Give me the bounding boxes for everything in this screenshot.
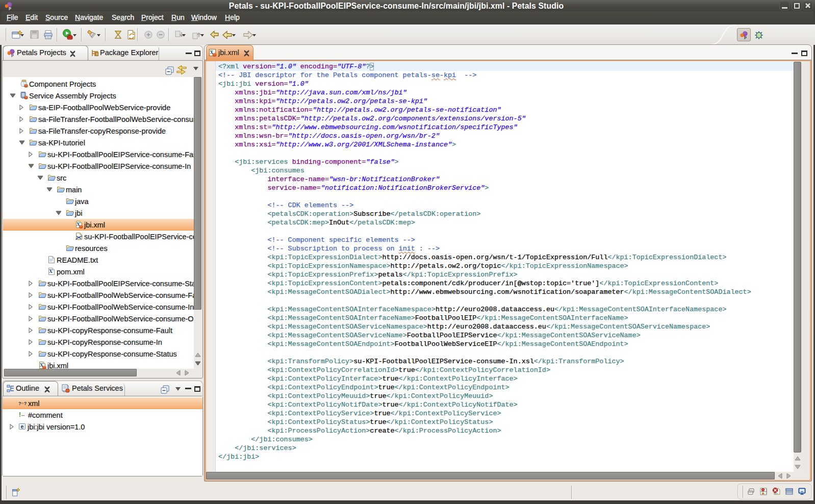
svg-text:--: --	[21, 412, 25, 418]
svg-text:p: p	[11, 53, 14, 57]
svg-text:!: !	[19, 411, 21, 418]
svg-text:X: X	[49, 269, 53, 274]
svg-text:p: p	[744, 35, 747, 39]
svg-text:?=?: ?=?	[18, 401, 27, 406]
svg-text:e: e	[21, 424, 24, 430]
svg-text:p: p	[9, 6, 11, 10]
